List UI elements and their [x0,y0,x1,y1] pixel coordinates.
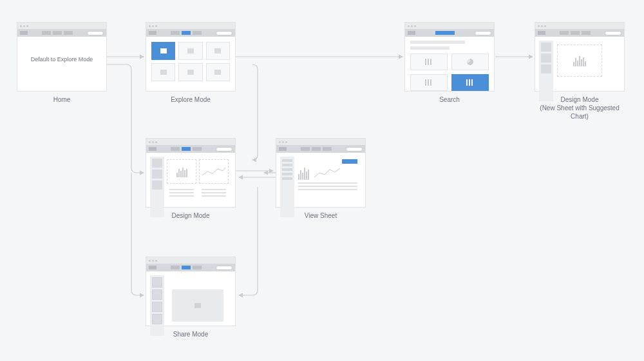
explore-tile [206,42,230,60]
home-body-text: Default to Explore Mode [17,56,106,63]
wireframe-explore [146,22,236,92]
node-design-suggested: Design Mode (New Sheet with Suggested Ch… [535,22,625,121]
left-panel [539,41,553,101]
left-panel [280,157,294,217]
line-chart-icon [313,166,341,180]
wireframe-home: Default to Explore Mode [17,22,107,92]
wireframe-share [146,257,236,326]
text-block [298,182,357,190]
wireframe-design [146,138,236,208]
window-titlebar [405,23,494,29]
explore-tile [178,42,202,60]
caption-explore: Explore Mode [146,95,236,104]
wireframe-view-sheet [276,138,366,208]
suggested-chart [557,44,602,77]
left-panel [150,157,164,217]
window-titlebar [146,139,235,145]
wireframe-search [404,22,495,92]
pie-chart-icon [467,59,473,65]
window-titlebar [146,257,235,264]
window-titlebar [17,23,106,29]
window-titlebar [535,23,624,29]
search-result-line [410,41,465,44]
chart-option-bar [410,54,448,70]
window-toolbar [276,145,365,153]
left-panel [150,275,164,336]
window-toolbar [17,29,106,37]
window-toolbar [146,264,235,271]
window-toolbar [535,29,624,37]
caption-home: Home [17,95,107,104]
chart-option-bar-selected [451,74,489,91]
bar-chart-icon [176,166,187,177]
window-toolbar [405,29,494,37]
bar-chart-icon [466,79,474,86]
node-search: Search [404,22,495,104]
chart-option-pie [451,54,489,70]
action-button [342,159,357,164]
explore-tile-selected [151,42,175,60]
bar-chart-icon [425,79,433,86]
search-chart-grid [410,54,489,91]
text-block [167,186,196,215]
window-titlebar [146,23,235,29]
search-result-line [410,46,450,50]
share-preview [172,289,223,322]
window-titlebar [276,139,365,145]
node-explore: Explore Mode [146,22,236,104]
explore-tile [206,63,230,81]
caption-search: Search [404,95,495,104]
explore-tile [151,63,175,81]
node-home: Default to Explore Mode Home [17,22,107,104]
design-chart-bar [167,159,196,184]
image-icon [194,303,201,308]
chart-option-bar [410,74,448,91]
explore-grid [150,41,231,83]
window-toolbar [146,145,235,153]
design-chart-line [199,159,229,184]
node-design: Design Mode [146,138,236,220]
explore-tile [178,63,202,81]
text-block [199,186,229,215]
bar-chart-icon [573,55,586,66]
node-share: Share Mode [146,257,236,338]
window-toolbar [146,29,235,37]
wireframe-design-suggested [535,22,625,92]
bar-chart-icon [425,59,433,65]
line-chart-icon [201,165,227,178]
node-view-sheet: View Sheet [276,138,366,220]
bar-chart-icon [298,166,309,180]
